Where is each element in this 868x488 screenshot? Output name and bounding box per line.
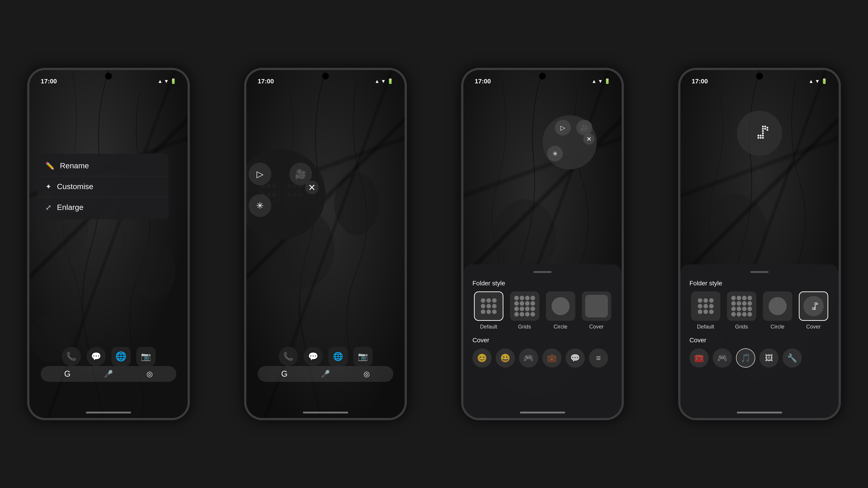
camera-notch-2 (322, 73, 329, 79)
style-preview-cover-4[interactable] (799, 291, 828, 321)
style-default-4[interactable]: Default (689, 291, 722, 330)
style-default-3[interactable]: Default (472, 291, 505, 330)
phone-app[interactable]: 📞 (62, 347, 81, 366)
home-bar-4[interactable] (737, 412, 782, 414)
style-preview-cover-3[interactable] (582, 291, 611, 321)
time-4: 17:00 (692, 78, 708, 85)
style-grids-4[interactable]: Grids (725, 291, 758, 330)
power-button-2-p2[interactable] (405, 178, 407, 210)
chrome-app[interactable]: 🌐 (112, 347, 131, 366)
messages-app[interactable]: 💬 (87, 347, 106, 366)
style-preview-grids-4[interactable] (727, 291, 756, 321)
mic-icon[interactable]: 🎤 (104, 369, 113, 378)
cover-icon-face[interactable]: 😀 (496, 348, 515, 367)
svg-point-27 (814, 305, 815, 306)
camera-app[interactable]: 📷 (136, 347, 156, 366)
style-label-grids-3: Grids (518, 324, 531, 330)
svg-point-15 (757, 135, 759, 136)
power-button-p3[interactable] (622, 149, 624, 172)
messages-app-2[interactable]: 💬 (304, 347, 323, 366)
chrome-app-2[interactable]: 🌐 (329, 347, 348, 366)
status-icons-2: ▲ ▼ 🔋 (375, 78, 393, 84)
svg-point-8 (493, 199, 556, 275)
circle-shape-3 (552, 297, 569, 315)
style-circle-4[interactable]: Circle (761, 291, 794, 330)
mic-icon-2[interactable]: 🎤 (321, 369, 330, 378)
panel-handle-4 (750, 271, 769, 273)
power-button-2-p3[interactable] (622, 178, 624, 210)
customise-label: Customise (57, 182, 93, 191)
large-radial-menu: ▷ 🎥 ✳ ✕ (280, 149, 371, 239)
cover-icon-smiley[interactable]: 😊 (472, 348, 492, 367)
search-bar-1[interactable]: G 🎤 ◎ (41, 366, 176, 382)
status-icons-3: ▲ ▼ 🔋 (592, 78, 610, 84)
circle-shape-4 (769, 297, 786, 315)
camera-app-2[interactable]: 📷 (353, 347, 373, 366)
volume-button-p2[interactable] (244, 156, 246, 183)
cover-icon-briefcase-4[interactable]: 🧰 (689, 348, 709, 367)
volume-button-p4[interactable] (678, 156, 680, 183)
enlarge-label: Enlarge (57, 203, 84, 212)
radial-play-p3[interactable]: ▷ (555, 120, 571, 135)
phone-app-2[interactable]: 📞 (279, 347, 298, 366)
enlarge-icon: ⤢ (45, 203, 52, 212)
style-preview-default-4[interactable] (691, 291, 720, 321)
cover-icon-music-4[interactable]: 🎵 (736, 348, 755, 367)
style-grids-3[interactable]: Grids (508, 291, 541, 330)
cover-circle (737, 111, 782, 156)
menu-item-customise[interactable]: ✦ Customise (37, 176, 168, 197)
radial-small-p3[interactable]: ✕ (583, 133, 594, 144)
svg-point-35 (816, 302, 817, 303)
home-bar-2[interactable] (303, 412, 348, 414)
cover-icons-3: 😊 😀 🎮 💼 💬 ≡ (472, 348, 613, 367)
power-button[interactable] (188, 149, 190, 172)
folder-style-title-3: Folder style (472, 280, 613, 287)
google-g: G (64, 369, 70, 379)
radial-pinwheel-p3[interactable]: ✳ (547, 146, 563, 162)
svg-point-17 (762, 135, 764, 136)
home-bar-1[interactable] (86, 412, 131, 414)
cover-icon-wrench-4[interactable]: 🔧 (782, 348, 802, 367)
style-cover-4[interactable]: Cover (797, 291, 830, 330)
cover-icon-more[interactable]: ≡ (589, 348, 608, 367)
svg-point-16 (760, 135, 762, 136)
svg-point-12 (762, 128, 764, 130)
cover-icon-game-4[interactable]: 🎮 (713, 348, 732, 367)
svg-point-18 (757, 137, 759, 139)
style-preview-circle-3[interactable] (546, 291, 575, 321)
style-preview-grids-3[interactable] (510, 291, 539, 321)
power-button-2-p4[interactable] (839, 178, 841, 210)
svg-point-11 (762, 126, 764, 127)
volume-button-p3[interactable] (461, 156, 463, 183)
style-label-default-4: Default (697, 324, 714, 330)
svg-point-24 (767, 129, 768, 131)
status-icons-4: ▲ ▼ 🔋 (809, 78, 827, 84)
power-button-2[interactable] (188, 178, 190, 210)
app-row-1: 📞 💬 🌐 📷 (41, 347, 176, 366)
menu-item-enlarge[interactable]: ⤢ Enlarge (37, 197, 168, 218)
style-preview-circle-4[interactable] (763, 291, 792, 321)
lens-icon[interactable]: ◎ (147, 369, 153, 378)
radial-pinwheel-btn[interactable]: ✳ (249, 194, 271, 217)
cover-icon-chat[interactable]: 💬 (565, 348, 585, 367)
power-button-p2[interactable] (405, 149, 407, 172)
power-button-p4[interactable] (839, 149, 841, 172)
style-circle-3[interactable]: Circle (544, 291, 577, 330)
cover-icon-briefcase[interactable]: 💼 (542, 348, 561, 367)
lens-icon-2[interactable]: ◎ (364, 369, 370, 378)
search-bar-2[interactable]: G 🎤 ◎ (258, 366, 393, 382)
cover-icon-game[interactable]: 🎮 (519, 348, 538, 367)
style-cover-3[interactable]: Cover (580, 291, 613, 330)
time-2: 17:00 (258, 78, 274, 85)
radial-play-btn[interactable]: ▷ (249, 163, 271, 185)
svg-point-36 (817, 303, 818, 304)
style-preview-default-3[interactable] (474, 291, 503, 321)
phone-1-wrapper: 17:00 ▲ ▼ 🔋 ✏️ Rename ✦ Customise (0, 0, 217, 488)
menu-item-rename[interactable]: ✏️ Rename (37, 156, 168, 176)
radial-small-btn[interactable]: ✕ (305, 181, 319, 194)
phone-3-wrapper: 17:00 ▲ ▼ 🔋 ▷ 🎥 ✳ ✕ Folder style (434, 0, 651, 488)
home-bar-3[interactable] (520, 412, 565, 414)
cover-icon-photo-4[interactable]: 🖼 (759, 348, 778, 367)
svg-point-37 (816, 304, 817, 305)
volume-button[interactable] (27, 156, 29, 183)
